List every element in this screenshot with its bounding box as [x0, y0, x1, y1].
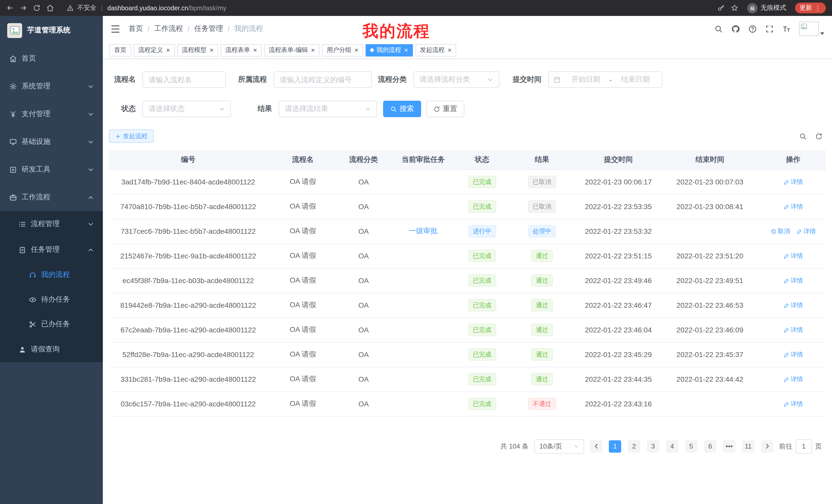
page-button-5[interactable]: 5: [685, 440, 697, 452]
reload-icon[interactable]: [33, 4, 41, 12]
close-icon[interactable]: ×: [253, 47, 257, 53]
goto-page-input[interactable]: [796, 439, 812, 453]
result-select[interactable]: 请选择流结果: [279, 101, 377, 117]
status-tag: 已完成: [468, 176, 496, 188]
detail-link[interactable]: 详情: [783, 276, 803, 285]
sidebar-item-todo-task[interactable]: 待办任务: [0, 287, 103, 312]
close-icon[interactable]: ×: [210, 47, 213, 53]
page-button-6[interactable]: 6: [704, 440, 716, 452]
submit-time-range-picker[interactable]: 开始日期 - 结束日期: [548, 72, 662, 88]
close-icon[interactable]: ×: [448, 47, 451, 53]
reset-button[interactable]: 重置: [426, 101, 464, 117]
search-button[interactable]: 搜索: [383, 101, 421, 117]
page-button-4[interactable]: 4: [666, 440, 678, 452]
tab-home[interactable]: 首页: [109, 44, 131, 56]
status-select[interactable]: 请选择状态: [142, 101, 231, 117]
cell-end-time: 2022-01-22 23:51:20: [659, 244, 760, 268]
sidebar-item-payment-manage[interactable]: 支付管理: [0, 100, 103, 128]
current-task-link[interactable]: 一级审批: [409, 227, 438, 235]
user-avatar[interactable]: [799, 22, 824, 36]
cancel-link[interactable]: 取消: [771, 227, 790, 235]
forward-icon[interactable]: [20, 4, 27, 12]
cell-submit-time: 2022-01-22 23:51:15: [577, 244, 659, 268]
category-select[interactable]: 请选择流程分类: [413, 72, 499, 88]
fontsize-icon[interactable]: [782, 24, 791, 33]
page-button-1[interactable]: 1: [609, 440, 621, 452]
sidebar-item-workflow[interactable]: 工作流程: [0, 184, 103, 211]
tab-process-form[interactable]: 流程表单×: [220, 44, 261, 56]
page-button-11[interactable]: 11: [742, 440, 754, 452]
cell-submit-time: 2022-01-22 23:46:04: [577, 317, 659, 342]
detail-link[interactable]: 详情: [783, 251, 803, 260]
password-key-icon[interactable]: [717, 4, 725, 12]
tab-start-process[interactable]: 发起流程×: [415, 44, 456, 56]
chevron-left-icon: [594, 443, 598, 449]
sidebar-item-system-manage[interactable]: 系统管理: [0, 73, 103, 100]
sidebar-item-task-manage[interactable]: 任务管理: [0, 237, 103, 262]
sidebar-menu: 首页系统管理支付管理基础设施研发工具工作流程流程管理任务管理我的流程待办任务已办…: [0, 45, 103, 362]
back-icon[interactable]: [6, 4, 14, 12]
sidebar-item-dev-tools[interactable]: 研发工具: [0, 156, 103, 184]
end-date-input[interactable]: 结束日期: [614, 75, 657, 84]
refresh-table-icon[interactable]: [815, 132, 823, 140]
address-bar[interactable]: 不安全 | dashboard.yudao.iocoder.cn/bpm/tas…: [67, 4, 712, 12]
cell-process-name: OA 请假: [267, 268, 338, 293]
status-tag: 已完成: [468, 348, 496, 361]
tab-process-form-edit[interactable]: 流程表单-编辑×: [264, 44, 319, 56]
sidebar-item-home[interactable]: 首页: [0, 45, 103, 73]
page-button-3[interactable]: 3: [647, 440, 659, 452]
search-icon[interactable]: [714, 24, 723, 33]
detail-link[interactable]: 详情: [796, 227, 816, 235]
tab-my-process[interactable]: 我的流程×: [366, 44, 413, 56]
detail-link[interactable]: 详情: [783, 399, 803, 408]
tab-process-definition[interactable]: 流程定义×: [134, 44, 175, 56]
ellipsis-button[interactable]: •••: [723, 440, 735, 452]
tab-process-model[interactable]: 流程模型×: [177, 44, 218, 56]
sidebar-item-done-task[interactable]: 已办任务: [0, 312, 103, 337]
cancel-icon: [771, 228, 776, 234]
hamburger-icon[interactable]: [110, 24, 120, 33]
cell-process-name: OA 请假: [267, 219, 338, 244]
bookmark-star-icon[interactable]: [731, 4, 738, 12]
cell-current-task: [389, 391, 458, 416]
help-icon[interactable]: [748, 24, 757, 33]
status-tag: 已完成: [468, 324, 496, 336]
detail-link[interactable]: 详情: [783, 301, 803, 310]
app-logo[interactable]: 芋道管理系统: [0, 16, 103, 45]
sidebar-item-process-manage[interactable]: 流程管理: [0, 211, 103, 237]
close-icon[interactable]: ×: [166, 47, 170, 53]
page-button-2[interactable]: 2: [628, 440, 640, 452]
breadcrumb-item[interactable]: 任务管理: [194, 24, 223, 33]
browser-home-icon[interactable]: [46, 4, 54, 12]
close-icon[interactable]: ×: [355, 47, 358, 53]
update-button[interactable]: 更新 ⋮: [795, 3, 826, 13]
edit-icon: [783, 278, 789, 283]
sidebar-item-leave-query[interactable]: 请假查询: [0, 337, 103, 362]
tab-user-group[interactable]: 用户分组×: [322, 44, 363, 56]
detail-link[interactable]: 详情: [783, 375, 803, 384]
sidebar-item-my-process[interactable]: 我的流程: [0, 262, 103, 287]
start-date-input[interactable]: 开始日期: [564, 75, 607, 84]
detail-link[interactable]: 详情: [783, 350, 803, 359]
browser-menu-icon[interactable]: ⋮: [814, 5, 821, 11]
close-icon[interactable]: ×: [404, 47, 408, 53]
breadcrumb-item[interactable]: 首页: [129, 24, 143, 33]
close-icon[interactable]: ×: [311, 47, 315, 53]
start-process-button[interactable]: 发起流程: [109, 130, 154, 143]
detail-link[interactable]: 详情: [783, 326, 803, 334]
prev-page-button[interactable]: [590, 440, 602, 452]
github-icon[interactable]: [731, 24, 740, 33]
sidebar-item-infrastructure[interactable]: 基础设施: [0, 128, 103, 156]
detail-link[interactable]: 详情: [783, 177, 803, 186]
breadcrumb-item[interactable]: 工作流程: [154, 24, 183, 33]
table-row: 3ad174fb-7b9d-11ec-8404-acde48001122OA 请…: [109, 170, 826, 194]
detail-link[interactable]: 详情: [783, 202, 803, 211]
owner-process-input[interactable]: [274, 72, 372, 88]
page-size-select[interactable]: 10条/页: [534, 439, 584, 453]
fullscreen-icon[interactable]: [765, 24, 774, 33]
process-name-input[interactable]: [142, 72, 226, 88]
toggle-search-icon[interactable]: [799, 132, 807, 140]
cell-submit-time: 2022-01-23 00:06:17: [577, 170, 659, 194]
cell-actions: 详情: [760, 244, 826, 268]
next-page-button[interactable]: [761, 440, 773, 452]
